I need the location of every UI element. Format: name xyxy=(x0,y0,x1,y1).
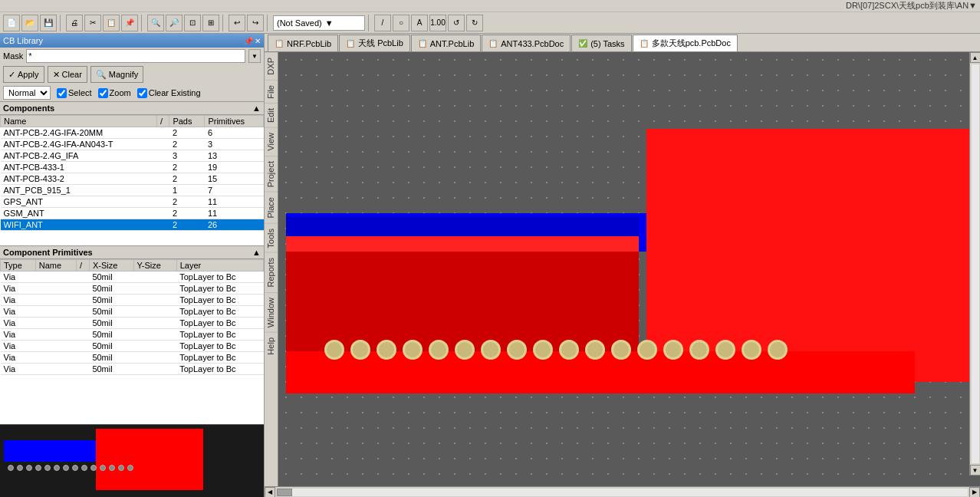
vsidebar-item-dxp[interactable]: DXP xyxy=(265,52,278,80)
comp-pads: 3 xyxy=(169,150,205,162)
primitive-row[interactable]: Via 50mil TopLayer to Bc xyxy=(1,364,264,375)
select-checkbox[interactable] xyxy=(57,88,67,98)
toolbar-icon-zoom-sel[interactable]: ⊞ xyxy=(202,15,219,31)
toolbar-icon-text[interactable]: A xyxy=(411,15,428,31)
toolbar-icon-copy[interactable]: 📋 xyxy=(103,15,120,31)
clear-existing-checkbox[interactable] xyxy=(137,88,147,98)
tab-天线-PcbLib[interactable]: 📋天线 PcbLib xyxy=(339,35,410,51)
toolbar-icon-c1[interactable]: ↺ xyxy=(448,15,465,31)
tab-ANT.PcbLib[interactable]: 📋ANT.PcbLib xyxy=(411,35,481,51)
vsidebar-item-place[interactable]: Place xyxy=(265,192,278,223)
toolbar-icon-open[interactable]: 📂 xyxy=(21,15,38,31)
tab-(5)-Tasks[interactable]: ✅(5) Tasks xyxy=(571,35,631,51)
clear-button[interactable]: ✕ Clear xyxy=(48,66,87,83)
mask-input[interactable] xyxy=(26,49,245,63)
primitive-row[interactable]: Via 50mil TopLayer to Bc xyxy=(1,306,264,318)
vsidebar-item-reports[interactable]: Reports xyxy=(265,252,278,292)
vscroll-up-arrow[interactable]: ▲ xyxy=(970,52,981,63)
vsidebar-item-help[interactable]: Help xyxy=(265,332,278,360)
pcb-red-bar2 xyxy=(286,236,639,252)
toolbar-icon-num[interactable]: 1.00 xyxy=(429,15,446,31)
primitive-row[interactable]: Via 50mil TopLayer to Bc xyxy=(1,318,264,329)
tab-label: 多款天线pcb.PcbDoc xyxy=(652,38,731,49)
toolbar-icon-line[interactable]: / xyxy=(374,15,391,31)
comp-slash xyxy=(157,162,169,173)
primitive-row[interactable]: Via 50mil TopLayer to Bc xyxy=(1,295,264,306)
component-row[interactable]: ANT-PCB-2.4G_IFA 3 13 xyxy=(1,150,264,162)
component-row[interactable]: ANT-PCB-2.4G-IFA-20MM 2 6 xyxy=(1,127,264,139)
toolbar-icon-save[interactable]: 💾 xyxy=(40,15,57,31)
primitive-row[interactable]: Via 50mil TopLayer to Bc xyxy=(1,329,264,341)
toolbar-icon-zoom-out[interactable]: 🔎 xyxy=(166,15,183,31)
comp-name: ANT-PCB-433-2 xyxy=(1,173,157,185)
vsidebar-item-edit[interactable]: Edit xyxy=(265,103,278,127)
vscroll-down-arrow[interactable]: ▼ xyxy=(970,465,981,476)
vsidebar-item-window[interactable]: Window xyxy=(265,292,278,332)
toolbar-icon-paste[interactable]: 📌 xyxy=(121,15,138,31)
via-circle xyxy=(637,340,657,360)
primitive-row[interactable]: Via 50mil TopLayer to Bc xyxy=(1,341,264,352)
prim-name xyxy=(35,352,76,364)
magnify-button[interactable]: 🔍 Magnify xyxy=(90,66,144,83)
toolbar-icon-new[interactable]: 📄 xyxy=(3,15,20,31)
scroll-thumb[interactable] xyxy=(277,489,292,496)
toolbar-icon-redo[interactable]: ↪ xyxy=(247,15,264,31)
close-icon[interactable]: ✕ xyxy=(255,37,261,45)
vsidebar-item-view[interactable]: View xyxy=(265,127,278,156)
comp-pads: 2 xyxy=(169,219,205,231)
toolbar-icon-zoom-in[interactable]: 🔍 xyxy=(147,15,164,31)
prim-xsize: 50mil xyxy=(89,364,133,375)
primitive-row[interactable]: Via 50mil TopLayer to Bc xyxy=(1,283,264,295)
components-table-container[interactable]: Name / Pads Primitives ANT-PCB-2.4G-IFA-… xyxy=(0,115,264,245)
prim-slash xyxy=(77,295,90,306)
via-circle xyxy=(742,340,761,360)
pin-icon[interactable]: 📌 xyxy=(244,37,253,45)
toolbar-icon-print[interactable]: 🖨 xyxy=(66,15,83,31)
panel-header-icons: 📌 ✕ xyxy=(244,37,261,45)
scroll-right-arrow[interactable]: ▶ xyxy=(969,487,980,498)
clear-existing-label: Clear Existing xyxy=(149,88,201,97)
via-circle xyxy=(533,340,553,360)
toolbar-icon-c2[interactable]: ↻ xyxy=(466,15,483,31)
prim-scroll-up[interactable]: ▲ xyxy=(252,248,261,257)
primitive-row[interactable]: Via 50mil TopLayer to Bc xyxy=(1,272,264,283)
component-row[interactable]: ANT-PCB-433-1 2 19 xyxy=(1,162,264,173)
toolbar-icon-undo[interactable]: ↩ xyxy=(229,15,245,31)
pcb-canvas[interactable]: ▲ ▼ xyxy=(278,52,980,486)
mask-dropdown-btn[interactable]: ▼ xyxy=(248,49,261,63)
component-row[interactable]: ANT_PCB_915_1 1 7 xyxy=(1,185,264,196)
primitives-table-container[interactable]: Type Name / X-Size Y-Size Layer Via 50mi… xyxy=(0,259,264,424)
primitive-row[interactable]: Via 50mil TopLayer to Bc xyxy=(1,352,264,364)
component-row[interactable]: ANT-PCB-2.4G-IFA-AN043-T 2 3 xyxy=(1,139,264,150)
component-row[interactable]: WIFI_ANT 2 26 xyxy=(1,219,264,231)
tab-NRF.PcbLib[interactable]: 📋NRF.PcbLib xyxy=(268,35,338,51)
vsidebar-item-file[interactable]: File xyxy=(265,80,278,104)
scroll-up-arrow[interactable]: ▲ xyxy=(252,104,261,113)
component-row[interactable]: ANT-PCB-433-2 2 15 xyxy=(1,173,264,185)
component-row[interactable]: GSM_ANT 2 11 xyxy=(1,208,264,219)
apply-button[interactable]: ✓ Apply xyxy=(3,66,44,83)
mode-dropdown[interactable]: Normal xyxy=(3,86,51,100)
comp-name: GSM_ANT xyxy=(1,208,157,219)
zoom-checkbox[interactable] xyxy=(98,88,108,98)
toolbar-icon-cut[interactable]: ✂ xyxy=(84,15,101,31)
toolbar-dropdown[interactable]: (Not Saved) ▼ xyxy=(273,15,365,31)
tab-多款天线pcb.PcbDoc[interactable]: 📋多款天线pcb.PcbDoc xyxy=(633,35,738,51)
vsidebar-item-tools[interactable]: Tools xyxy=(265,223,278,253)
scroll-left-arrow[interactable]: ◀ xyxy=(265,487,275,498)
vsidebar-item-project[interactable]: Project xyxy=(265,156,278,192)
panel-title: CB Library xyxy=(3,36,43,45)
toolbar-icon-fit[interactable]: ⊡ xyxy=(184,15,201,31)
comp-slash xyxy=(157,185,169,196)
tab-ANT433.PcbDoc[interactable]: 📋ANT433.PcbDoc xyxy=(482,35,571,51)
v-scrollbar[interactable]: ▲ ▼ xyxy=(969,52,980,476)
comp-slash xyxy=(157,139,169,150)
clear-existing-checkbox-group: Clear Existing xyxy=(137,88,201,98)
pcol-slash: / xyxy=(77,260,90,272)
prim-type: Via xyxy=(1,364,36,375)
toolbar-icon-circle[interactable]: ○ xyxy=(393,15,409,31)
via-circle xyxy=(715,340,735,360)
prim-name xyxy=(35,283,76,295)
component-row[interactable]: GPS_ANT 2 11 xyxy=(1,196,264,208)
thumb-red-rect xyxy=(96,429,203,490)
